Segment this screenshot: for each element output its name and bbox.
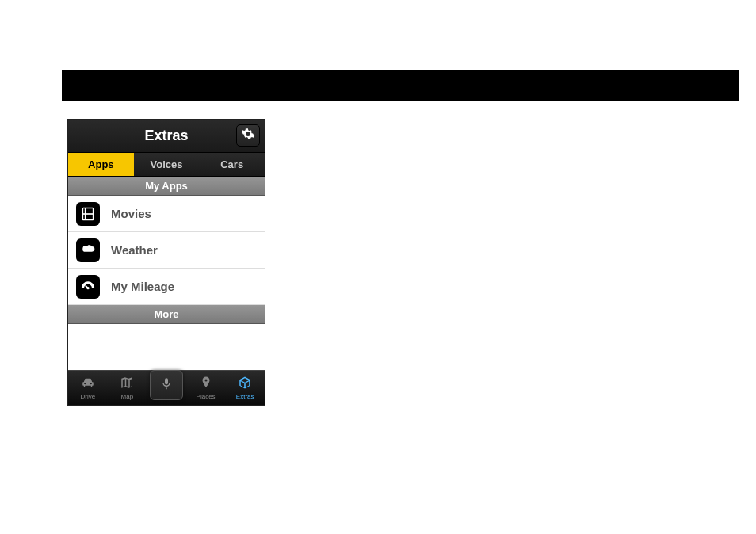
blank-area xyxy=(68,324,265,370)
phone-screen: Extras Apps Voices Cars My Apps Movies W… xyxy=(67,119,265,406)
gauge-icon xyxy=(76,275,100,299)
list-item-weather[interactable]: Weather xyxy=(68,232,265,269)
nav-label: Drive xyxy=(80,393,95,400)
decorative-bar xyxy=(62,70,739,101)
settings-button[interactable] xyxy=(236,124,260,147)
svg-line-6 xyxy=(86,285,88,288)
apps-list: Movies Weather My Mileage xyxy=(68,196,265,305)
section-header-my-apps: My Apps xyxy=(68,177,265,196)
list-item-movies[interactable]: Movies xyxy=(68,196,265,232)
svg-rect-7 xyxy=(165,378,168,384)
tab-cars[interactable]: Cars xyxy=(199,153,265,176)
nav-drive[interactable]: Drive xyxy=(68,371,108,405)
nav-places[interactable]: Places xyxy=(186,371,226,405)
tab-bar: Apps Voices Cars xyxy=(68,153,265,177)
tab-voices[interactable]: Voices xyxy=(134,153,200,176)
app-label: Movies xyxy=(111,207,151,220)
weather-icon xyxy=(76,238,100,262)
gear-icon xyxy=(241,127,255,144)
tab-label: Voices xyxy=(151,158,183,170)
pin-icon xyxy=(198,376,214,391)
app-label: Weather xyxy=(111,243,158,257)
cube-icon xyxy=(237,376,253,391)
section-title: My Apps xyxy=(145,180,188,192)
nav-extras[interactable]: Extras xyxy=(225,371,265,405)
tab-label: Cars xyxy=(220,158,243,170)
nav-mic-button[interactable] xyxy=(147,371,186,405)
bottom-nav: Drive Map Places Extras xyxy=(68,370,265,405)
map-icon xyxy=(119,376,135,391)
app-label: My Mileage xyxy=(111,280,174,293)
mic-icon xyxy=(160,376,173,395)
car-icon xyxy=(80,376,96,391)
page-title: Extras xyxy=(144,128,188,144)
more-button[interactable]: More xyxy=(68,305,265,324)
film-icon xyxy=(76,202,100,226)
tab-apps[interactable]: Apps xyxy=(68,153,134,176)
tab-label: Apps xyxy=(88,158,114,170)
mic-inner xyxy=(150,370,183,400)
header: Extras xyxy=(68,120,265,153)
list-item-mileage[interactable]: My Mileage xyxy=(68,269,265,305)
more-label: More xyxy=(154,308,178,320)
nav-map[interactable]: Map xyxy=(108,371,147,405)
nav-label: Places xyxy=(197,393,216,400)
nav-label: Map xyxy=(121,393,134,400)
nav-label: Extras xyxy=(236,393,254,400)
